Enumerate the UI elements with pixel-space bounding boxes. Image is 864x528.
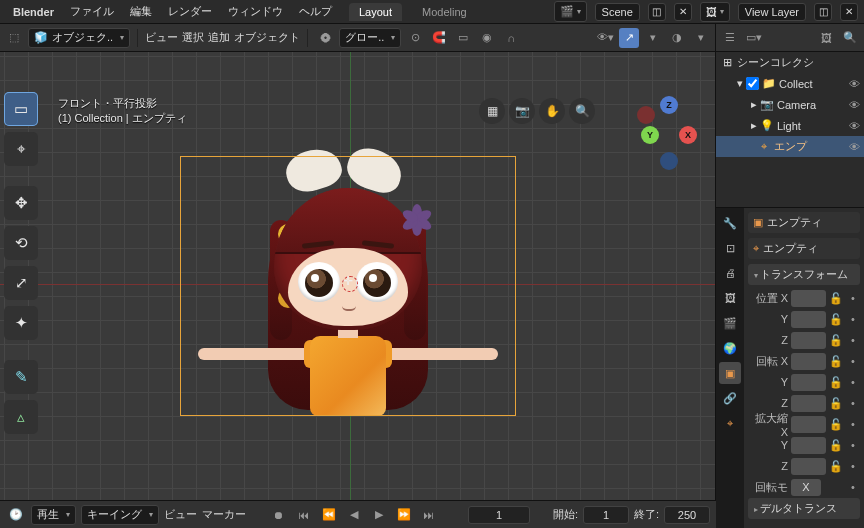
proportional-edit-toggle[interactable]: ◉	[477, 28, 497, 48]
scale-y-field[interactable]	[791, 437, 826, 454]
outliner-search-icon[interactable]: 🔍	[840, 28, 860, 48]
tool-move[interactable]: ✥	[4, 186, 38, 220]
scene-delete-button[interactable]: ✕	[674, 3, 692, 21]
overlays-options[interactable]: ▾	[691, 28, 711, 48]
tool-select-box[interactable]: ▭	[4, 92, 38, 126]
outliner-item-light[interactable]: ▸ 💡 Light 👁	[716, 115, 864, 136]
scale-x-field[interactable]	[791, 416, 826, 433]
visibility-eye-icon[interactable]: 👁	[849, 120, 860, 132]
menu-edit[interactable]: 編集	[123, 1, 159, 22]
gizmo-z[interactable]: Z	[660, 96, 678, 114]
visibility-eye-icon[interactable]: 👁	[849, 78, 860, 90]
menu-window[interactable]: ウィンドウ	[221, 1, 290, 22]
scale-z-field[interactable]	[791, 458, 826, 475]
tool-rotate[interactable]: ⟲	[4, 226, 38, 260]
lock-icon[interactable]: 🔓	[829, 460, 843, 473]
outliner[interactable]: ⊞ シーンコレクシ ▾ 📁 Collect 👁 ▸ 📷 Camera 👁 ▸ 💡…	[716, 52, 864, 208]
menu-render[interactable]: レンダー	[161, 1, 219, 22]
jump-nextkey-icon[interactable]: ⏩	[394, 505, 414, 525]
outliner-item-camera[interactable]: ▸ 📷 Camera 👁	[716, 94, 864, 115]
workspace-tab-layout[interactable]: Layout	[349, 3, 402, 21]
pan-view-icon[interactable]: ✋	[539, 98, 565, 124]
visibility-eye-icon[interactable]: 👁	[849, 99, 860, 111]
tab-data[interactable]: ⌖	[719, 412, 741, 434]
rotation-y-field[interactable]	[791, 374, 826, 391]
play-reverse-icon[interactable]: ◀	[344, 505, 364, 525]
end-frame-field[interactable]: 250	[664, 506, 710, 524]
toggle-quad-icon[interactable]: ▦	[479, 98, 505, 124]
lock-icon[interactable]: 🔓	[829, 376, 843, 389]
location-z-field[interactable]	[791, 332, 826, 349]
vp-menu-object[interactable]: オブジェクト	[234, 30, 300, 45]
tool-annotate[interactable]: ✎	[4, 360, 38, 394]
snap-options[interactable]: ▭	[453, 28, 473, 48]
jump-start-icon[interactable]: ⏮	[294, 505, 314, 525]
proportional-falloff[interactable]: ∩	[501, 28, 521, 48]
lock-icon[interactable]: 🔓	[829, 355, 843, 368]
gizmo-toggle[interactable]: ↗	[619, 28, 639, 48]
current-frame-field[interactable]: 1	[468, 506, 530, 524]
visibility-toggle[interactable]: 👁▾	[595, 28, 615, 48]
tab-render[interactable]: ⊡	[719, 237, 741, 259]
orientation-selector[interactable]: グロー..	[339, 28, 401, 48]
lock-icon[interactable]: 🔓	[829, 397, 843, 410]
timeline-editor-icon[interactable]: 🕑	[6, 505, 26, 525]
timeline-menu-marker[interactable]: マーカー	[202, 507, 246, 522]
gizmo-neg-x[interactable]	[637, 106, 655, 124]
lock-icon[interactable]: 🔓	[829, 292, 843, 305]
tab-scene[interactable]: 🎬	[719, 312, 741, 334]
tab-object[interactable]: ▣	[719, 362, 741, 384]
viewlayer-delete-button[interactable]: ✕	[840, 3, 858, 21]
tool-scale[interactable]: ⤢	[4, 266, 38, 300]
outliner-scene-collection[interactable]: ⊞ シーンコレクシ	[716, 52, 864, 73]
orientation-icon[interactable]: 🞉	[315, 28, 335, 48]
outliner-filter-icon[interactable]: 🖼	[816, 28, 836, 48]
rotation-mode-selector[interactable]: X	[791, 479, 821, 496]
keying-menu[interactable]: キーイング	[81, 505, 159, 525]
jump-end-icon[interactable]: ⏭	[419, 505, 439, 525]
tab-constraints[interactable]: 🔗	[719, 387, 741, 409]
gizmo-options[interactable]: ▾	[643, 28, 663, 48]
nav-gizmo[interactable]: Z Y X	[637, 96, 701, 160]
outliner-item-empty[interactable]: ⌖ エンプ 👁	[716, 136, 864, 157]
visibility-eye-icon[interactable]: 👁	[849, 141, 860, 153]
jump-prevkey-icon[interactable]: ⏪	[319, 505, 339, 525]
location-x-field[interactable]	[791, 290, 826, 307]
tool-transform[interactable]: ✦	[4, 306, 38, 340]
vp-menu-view[interactable]: ビュー	[145, 30, 178, 45]
viewlayer-new-button[interactable]: ◫	[814, 3, 832, 21]
scene-new-button[interactable]: ◫	[648, 3, 666, 21]
zoom-view-icon[interactable]: 🔍	[569, 98, 595, 124]
tab-world[interactable]: 🌍	[719, 337, 741, 359]
start-frame-field[interactable]: 1	[583, 506, 629, 524]
tool-cursor[interactable]: ⌖	[4, 132, 38, 166]
toggle-camera-icon[interactable]: 📷	[509, 98, 535, 124]
snap-toggle[interactable]: 🧲	[429, 28, 449, 48]
tab-tool[interactable]: 🔧	[719, 212, 741, 234]
panel-delta-transform[interactable]: デルタトランス	[748, 498, 860, 519]
lock-icon[interactable]: 🔓	[829, 334, 843, 347]
vp-menu-select[interactable]: 選択	[182, 30, 204, 45]
scene-name-field[interactable]: Scene	[595, 3, 640, 21]
tab-viewlayer[interactable]: 🖼	[719, 287, 741, 309]
collection-enable-checkbox[interactable]	[746, 77, 759, 90]
timeline-menu-view[interactable]: ビュー	[164, 507, 197, 522]
lock-icon[interactable]: 🔓	[829, 418, 843, 431]
viewlayer-dropdown-icon[interactable]: 🖼	[700, 2, 730, 22]
outliner-editor-icon[interactable]: ☰	[720, 28, 740, 48]
mode-selector[interactable]: 🧊 オブジェク..	[28, 28, 130, 48]
tab-output[interactable]: 🖨	[719, 262, 741, 284]
pivot-icon[interactable]: ⊙	[405, 28, 425, 48]
editor-type-icon[interactable]: ⬚	[4, 28, 24, 48]
vp-menu-add[interactable]: 追加	[208, 30, 230, 45]
gizmo-y[interactable]: Y	[641, 126, 659, 144]
viewlayer-name-field[interactable]: View Layer	[738, 3, 806, 21]
menu-file[interactable]: ファイル	[63, 1, 121, 22]
workspace-tab-modeling[interactable]: Modeling	[412, 3, 477, 21]
gizmo-neg-z[interactable]	[660, 152, 678, 170]
rotation-x-field[interactable]	[791, 353, 826, 370]
overlays-toggle[interactable]: ◑	[667, 28, 687, 48]
play-icon[interactable]: ▶	[369, 505, 389, 525]
scene-dropdown-icon[interactable]: 🎬	[554, 1, 587, 22]
outliner-display-mode[interactable]: ▭▾	[744, 28, 764, 48]
